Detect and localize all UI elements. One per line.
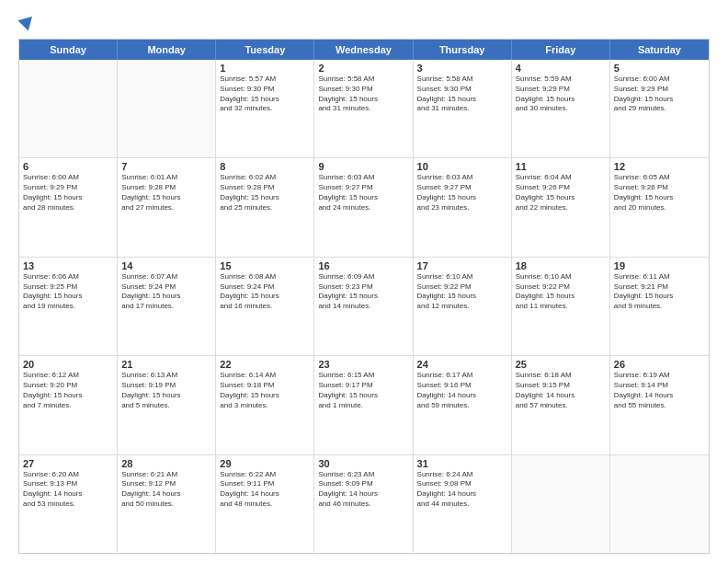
day-number: 4 bbox=[516, 63, 606, 74]
calendar-row-0: 1Sunrise: 5:57 AMSunset: 9:30 PMDaylight… bbox=[19, 60, 709, 158]
day-cell-6: 6Sunrise: 6:00 AMSunset: 9:29 PMDaylight… bbox=[19, 158, 118, 256]
day-cell-17: 17Sunrise: 6:10 AMSunset: 9:22 PMDayligh… bbox=[414, 258, 512, 355]
day-cell-14: 14Sunrise: 6:07 AMSunset: 9:24 PMDayligh… bbox=[118, 258, 216, 355]
day-number: 9 bbox=[318, 161, 408, 172]
day-number: 21 bbox=[121, 359, 211, 370]
cell-info: Sunrise: 6:18 AMSunset: 9:15 PMDaylight:… bbox=[516, 371, 606, 410]
day-number: 17 bbox=[417, 260, 507, 271]
cell-info: Sunrise: 6:07 AMSunset: 9:24 PMDaylight:… bbox=[121, 272, 211, 312]
day-number: 24 bbox=[417, 359, 507, 370]
cell-info: Sunrise: 6:00 AMSunset: 9:29 PMDaylight:… bbox=[23, 173, 113, 213]
day-cell-9: 9Sunrise: 6:03 AMSunset: 9:27 PMDaylight… bbox=[314, 158, 413, 256]
header-day-thursday: Thursday bbox=[414, 40, 512, 60]
calendar-header: SundayMondayTuesdayWednesdayThursdayFrid… bbox=[19, 40, 709, 60]
cell-info: Sunrise: 6:15 AMSunset: 9:17 PMDaylight:… bbox=[318, 371, 408, 410]
day-number: 27 bbox=[23, 458, 113, 469]
day-number: 8 bbox=[220, 161, 310, 172]
day-cell-23: 23Sunrise: 6:15 AMSunset: 9:17 PMDayligh… bbox=[314, 356, 413, 454]
header-day-tuesday: Tuesday bbox=[216, 40, 314, 60]
cell-info: Sunrise: 6:11 AMSunset: 9:21 PMDaylight:… bbox=[614, 272, 705, 312]
day-number: 12 bbox=[614, 161, 705, 172]
cell-info: Sunrise: 5:58 AMSunset: 9:30 PMDaylight:… bbox=[417, 75, 507, 114]
cell-info: Sunrise: 6:21 AMSunset: 9:12 PMDaylight:… bbox=[121, 470, 211, 510]
cell-info: Sunrise: 6:10 AMSunset: 9:22 PMDaylight:… bbox=[417, 272, 507, 312]
cell-info: Sunrise: 6:14 AMSunset: 9:18 PMDaylight:… bbox=[220, 371, 310, 410]
cell-info: Sunrise: 6:22 AMSunset: 9:11 PMDaylight:… bbox=[220, 470, 310, 510]
cell-info: Sunrise: 6:17 AMSunset: 9:16 PMDaylight:… bbox=[417, 371, 507, 410]
day-number: 16 bbox=[318, 260, 408, 271]
day-cell-20: 20Sunrise: 6:12 AMSunset: 9:20 PMDayligh… bbox=[19, 356, 118, 454]
day-cell-3: 3Sunrise: 5:58 AMSunset: 9:30 PMDaylight… bbox=[414, 60, 512, 157]
day-number: 19 bbox=[614, 260, 705, 271]
page: SundayMondayTuesdayWednesdayThursdayFrid… bbox=[0, 0, 728, 563]
day-number: 28 bbox=[121, 458, 211, 469]
day-number: 18 bbox=[516, 260, 606, 271]
day-cell-22: 22Sunrise: 6:14 AMSunset: 9:18 PMDayligh… bbox=[216, 356, 314, 454]
day-number: 20 bbox=[23, 359, 113, 370]
cell-info: Sunrise: 6:13 AMSunset: 9:19 PMDaylight:… bbox=[121, 371, 211, 410]
day-cell-13: 13Sunrise: 6:06 AMSunset: 9:25 PMDayligh… bbox=[19, 258, 118, 355]
day-number: 13 bbox=[23, 260, 113, 271]
day-cell-30: 30Sunrise: 6:23 AMSunset: 9:09 PMDayligh… bbox=[314, 455, 413, 553]
day-number: 22 bbox=[220, 359, 310, 370]
day-cell-2: 2Sunrise: 5:58 AMSunset: 9:30 PMDaylight… bbox=[314, 60, 413, 157]
cell-info: Sunrise: 6:24 AMSunset: 9:08 PMDaylight:… bbox=[417, 470, 507, 510]
day-cell-26: 26Sunrise: 6:19 AMSunset: 9:14 PMDayligh… bbox=[610, 356, 709, 454]
empty-cell bbox=[610, 455, 709, 553]
cell-info: Sunrise: 6:03 AMSunset: 9:27 PMDaylight:… bbox=[417, 173, 507, 213]
header-day-saturday: Saturday bbox=[610, 40, 709, 60]
day-number: 3 bbox=[417, 63, 507, 74]
day-number: 11 bbox=[516, 161, 606, 172]
header-day-monday: Monday bbox=[118, 40, 216, 60]
day-cell-10: 10Sunrise: 6:03 AMSunset: 9:27 PMDayligh… bbox=[414, 158, 512, 256]
day-number: 6 bbox=[23, 161, 113, 172]
cell-info: Sunrise: 6:06 AMSunset: 9:25 PMDaylight:… bbox=[23, 272, 113, 312]
cell-info: Sunrise: 6:03 AMSunset: 9:27 PMDaylight:… bbox=[318, 173, 408, 213]
cell-info: Sunrise: 6:01 AMSunset: 9:28 PMDaylight:… bbox=[121, 173, 211, 213]
day-number: 7 bbox=[121, 161, 211, 172]
day-cell-11: 11Sunrise: 6:04 AMSunset: 9:26 PMDayligh… bbox=[512, 158, 610, 256]
day-cell-8: 8Sunrise: 6:02 AMSunset: 9:28 PMDaylight… bbox=[216, 158, 314, 256]
day-number: 2 bbox=[318, 63, 408, 74]
calendar: SundayMondayTuesdayWednesdayThursdayFrid… bbox=[18, 39, 710, 554]
day-cell-7: 7Sunrise: 6:01 AMSunset: 9:28 PMDaylight… bbox=[118, 158, 216, 256]
day-cell-19: 19Sunrise: 6:11 AMSunset: 9:21 PMDayligh… bbox=[610, 258, 709, 355]
cell-info: Sunrise: 6:08 AMSunset: 9:24 PMDaylight:… bbox=[220, 272, 310, 312]
day-cell-12: 12Sunrise: 6:05 AMSunset: 9:26 PMDayligh… bbox=[610, 158, 709, 256]
header-day-wednesday: Wednesday bbox=[314, 40, 413, 60]
day-cell-4: 4Sunrise: 5:59 AMSunset: 9:29 PMDaylight… bbox=[512, 60, 610, 157]
calendar-row-4: 27Sunrise: 6:20 AMSunset: 9:13 PMDayligh… bbox=[19, 455, 709, 553]
day-cell-28: 28Sunrise: 6:21 AMSunset: 9:12 PMDayligh… bbox=[118, 455, 216, 553]
day-number: 5 bbox=[614, 63, 705, 74]
cell-info: Sunrise: 5:58 AMSunset: 9:30 PMDaylight:… bbox=[318, 75, 408, 114]
logo-triangle-icon bbox=[17, 11, 37, 30]
cell-info: Sunrise: 5:59 AMSunset: 9:29 PMDaylight:… bbox=[516, 75, 606, 114]
cell-info: Sunrise: 5:57 AMSunset: 9:30 PMDaylight:… bbox=[220, 75, 310, 114]
day-cell-25: 25Sunrise: 6:18 AMSunset: 9:15 PMDayligh… bbox=[512, 356, 610, 454]
day-number: 30 bbox=[318, 458, 408, 469]
day-cell-5: 5Sunrise: 6:00 AMSunset: 9:29 PMDaylight… bbox=[610, 60, 709, 157]
logo-text bbox=[18, 15, 35, 31]
empty-cell bbox=[19, 60, 118, 157]
empty-cell bbox=[512, 455, 610, 553]
header-day-sunday: Sunday bbox=[19, 40, 118, 60]
cell-info: Sunrise: 6:20 AMSunset: 9:13 PMDaylight:… bbox=[23, 470, 113, 510]
empty-cell bbox=[118, 60, 216, 157]
day-number: 26 bbox=[614, 359, 705, 370]
cell-info: Sunrise: 6:04 AMSunset: 9:26 PMDaylight:… bbox=[516, 173, 606, 213]
cell-info: Sunrise: 6:00 AMSunset: 9:29 PMDaylight:… bbox=[614, 75, 705, 114]
day-number: 29 bbox=[220, 458, 310, 469]
day-number: 10 bbox=[417, 161, 507, 172]
day-cell-21: 21Sunrise: 6:13 AMSunset: 9:19 PMDayligh… bbox=[118, 356, 216, 454]
cell-info: Sunrise: 6:19 AMSunset: 9:14 PMDaylight:… bbox=[614, 371, 705, 410]
day-cell-29: 29Sunrise: 6:22 AMSunset: 9:11 PMDayligh… bbox=[216, 455, 314, 553]
day-number: 31 bbox=[417, 458, 507, 469]
day-cell-15: 15Sunrise: 6:08 AMSunset: 9:24 PMDayligh… bbox=[216, 258, 314, 355]
cell-info: Sunrise: 6:12 AMSunset: 9:20 PMDaylight:… bbox=[23, 371, 113, 410]
header-day-friday: Friday bbox=[512, 40, 610, 60]
day-cell-16: 16Sunrise: 6:09 AMSunset: 9:23 PMDayligh… bbox=[314, 258, 413, 355]
day-cell-18: 18Sunrise: 6:10 AMSunset: 9:22 PMDayligh… bbox=[512, 258, 610, 355]
calendar-row-3: 20Sunrise: 6:12 AMSunset: 9:20 PMDayligh… bbox=[19, 356, 709, 454]
day-number: 15 bbox=[220, 260, 310, 271]
cell-info: Sunrise: 6:10 AMSunset: 9:22 PMDaylight:… bbox=[516, 272, 606, 312]
